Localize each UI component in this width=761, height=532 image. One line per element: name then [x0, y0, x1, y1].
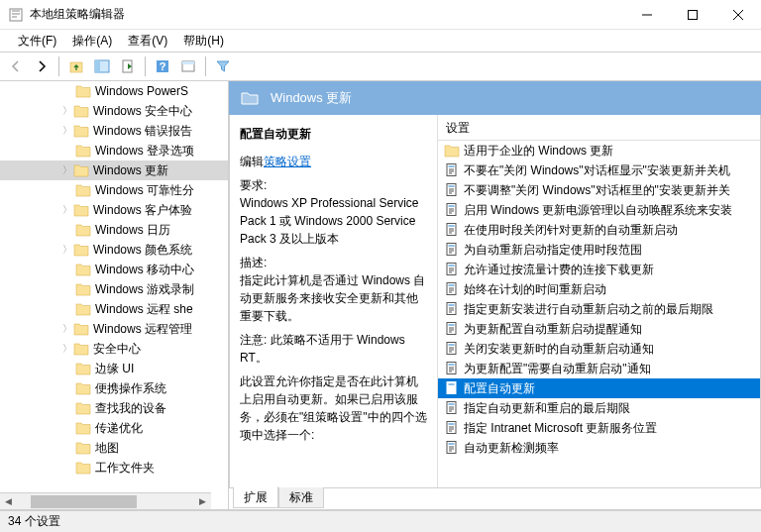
svg-rect-1 [689, 11, 698, 20]
separator [145, 56, 146, 76]
tree-item[interactable]: Windows 游戏录制 [0, 279, 228, 299]
policy-icon [444, 400, 460, 416]
tree-item-label: Windows 安全中心 [93, 103, 192, 120]
chevron-right-icon[interactable]: 〉 [61, 163, 73, 177]
menu-action[interactable]: 操作(A) [64, 31, 120, 52]
folder-icon [75, 441, 91, 455]
tree-item[interactable]: Windows 远程 she [0, 299, 228, 319]
app-icon [8, 7, 24, 23]
tree-item[interactable]: Windows 日历 [0, 220, 228, 240]
help-button[interactable]: ? [151, 54, 174, 78]
note-text: 注意: 此策略不适用于 Windows RT。 [240, 331, 429, 367]
close-button[interactable] [715, 0, 761, 30]
tree-item[interactable]: 便携操作系统 [0, 378, 228, 398]
setting-item[interactable]: 指定自动更新和重启的最后期限 [438, 398, 760, 418]
setting-item-label: 不要调整"关闭 Windows"对话框里的"安装更新并关 [464, 182, 730, 199]
folder-icon [75, 302, 91, 316]
chevron-right-icon[interactable]: 〉 [61, 104, 73, 118]
setting-item-label: 配置自动更新 [464, 380, 535, 397]
description-label: 描述: [240, 254, 429, 271]
tree-item[interactable]: 〉Windows 错误报告 [0, 121, 228, 141]
tree-item[interactable]: 〉Windows 颜色系统 [0, 240, 228, 260]
menu-view[interactable]: 查看(V) [120, 31, 175, 52]
settings-header[interactable]: 设置 [438, 115, 760, 141]
setting-item[interactable]: 为自动重新启动指定使用时段范围 [438, 240, 760, 260]
policy-icon [444, 341, 460, 357]
tree-item[interactable]: 边缘 UI [0, 359, 228, 378]
svg-rect-27 [449, 324, 455, 326]
settings-column: 设置 适用于企业的 Windows 更新不要在"关闭 Windows"对话框显示… [438, 115, 760, 487]
chevron-right-icon[interactable]: 〉 [61, 322, 73, 336]
chevron-right-icon[interactable]: 〉 [61, 342, 73, 356]
up-button[interactable] [64, 54, 88, 78]
tree-item-label: 传递优化 [95, 420, 143, 437]
settings-list[interactable]: 适用于企业的 Windows 更新不要在"关闭 Windows"对话框显示"安装… [438, 141, 760, 487]
tree-item[interactable]: 工作文件夹 [0, 458, 228, 478]
menu-file[interactable]: 文件(F) [10, 31, 64, 52]
maximize-button[interactable] [670, 0, 715, 30]
chevron-right-icon[interactable]: 〉 [61, 203, 73, 217]
tree-item[interactable]: Windows PowerS [0, 81, 228, 101]
minimize-button[interactable] [624, 0, 670, 30]
tree-item-label: Windows 远程 she [95, 301, 193, 318]
folder-icon [73, 243, 89, 257]
tree-item[interactable]: Windows 移动中心 [0, 260, 228, 279]
setting-item[interactable]: 允许通过按流量计费的连接下载更新 [438, 260, 760, 279]
tree-list[interactable]: Windows PowerS〉Windows 安全中心〉Windows 错误报告… [0, 81, 228, 492]
policy-icon [444, 420, 460, 436]
setting-item-label: 指定更新安装进行自动重新启动之前的最后期限 [464, 301, 713, 318]
svg-rect-4 [95, 60, 100, 72]
setting-item[interactable]: 关闭安装更新时的自动重新启动通知 [438, 339, 760, 359]
setting-item[interactable]: 适用于企业的 Windows 更新 [438, 141, 760, 160]
setting-item[interactable]: 不要在"关闭 Windows"对话框显示"安装更新并关机 [438, 160, 760, 180]
tab-extended[interactable]: 扩展 [233, 486, 278, 508]
folder-icon [75, 144, 91, 158]
description-text: 指定此计算机是否通过 Windows 自动更新服务来接收安全更新和其他重要下载。 [240, 271, 429, 325]
tree-item-label: 工作文件夹 [95, 460, 155, 477]
setting-item[interactable]: 自动更新检测频率 [438, 438, 760, 458]
tree-item-label: Windows 错误报告 [93, 123, 192, 140]
folder-icon [75, 421, 91, 435]
policy-icon [444, 202, 460, 218]
tree-item[interactable]: 〉Windows 远程管理 [0, 319, 228, 339]
filter-button[interactable] [211, 54, 235, 78]
edit-policy-link[interactable]: 策略设置 [264, 155, 311, 168]
setting-item[interactable]: 启用 Windows 更新电源管理以自动唤醒系统来安装 [438, 200, 760, 220]
tree-item[interactable]: 〉Windows 更新 [0, 160, 228, 180]
tree-item[interactable]: 地图 [0, 438, 228, 458]
right-header-title: Windows 更新 [271, 89, 352, 107]
setting-item[interactable]: 为更新配置自动重新启动提醒通知 [438, 319, 760, 339]
setting-item-label: 关闭安装更新时的自动重新启动通知 [464, 341, 654, 358]
tree-item[interactable]: 〉安全中心 [0, 339, 228, 359]
svg-rect-15 [449, 205, 455, 207]
horizontal-scrollbar[interactable]: ◀▶ [0, 492, 211, 509]
menu-help[interactable]: 帮助(H) [175, 31, 232, 52]
tree-item[interactable]: 传递优化 [0, 418, 228, 438]
setting-item[interactable]: 为更新配置"需要自动重新启动"通知 [438, 359, 760, 378]
chevron-right-icon[interactable]: 〉 [61, 124, 73, 138]
setting-item[interactable]: 始终在计划的时间重新启动 [438, 279, 760, 299]
setting-item[interactable]: 指定 Intranet Microsoft 更新服务位置 [438, 418, 760, 438]
properties-button[interactable] [176, 54, 200, 78]
tree-item[interactable]: 查找我的设备 [0, 398, 228, 418]
tree-item-label: Windows 颜色系统 [93, 242, 192, 259]
tree-item[interactable]: 〉Windows 安全中心 [0, 101, 228, 121]
setting-item[interactable]: 配置自动更新 [438, 378, 760, 398]
setting-item-label: 为更新配置"需要自动重新启动"通知 [464, 361, 651, 377]
tree-item[interactable]: Windows 登录选项 [0, 141, 228, 160]
forward-button[interactable] [30, 54, 54, 78]
window-title: 本地组策略编辑器 [30, 6, 624, 23]
tree-item-label: Windows 客户体验 [93, 202, 192, 219]
tab-standard[interactable]: 标准 [278, 487, 324, 508]
setting-item[interactable]: 在使用时段关闭针对更新的自动重新启动 [438, 220, 760, 240]
policy-icon [444, 262, 460, 277]
setting-item[interactable]: 指定更新安装进行自动重新启动之前的最后期限 [438, 299, 760, 319]
show-hide-tree-button[interactable] [90, 54, 114, 78]
svg-rect-19 [449, 245, 455, 247]
tree-item[interactable]: Windows 可靠性分 [0, 180, 228, 200]
chevron-right-icon[interactable]: 〉 [61, 243, 73, 257]
setting-item-label: 在使用时段关闭针对更新的自动重新启动 [464, 222, 678, 239]
tree-item[interactable]: 〉Windows 客户体验 [0, 200, 228, 220]
setting-item[interactable]: 不要调整"关闭 Windows"对话框里的"安装更新并关 [438, 180, 760, 200]
export-button[interactable] [116, 54, 140, 78]
